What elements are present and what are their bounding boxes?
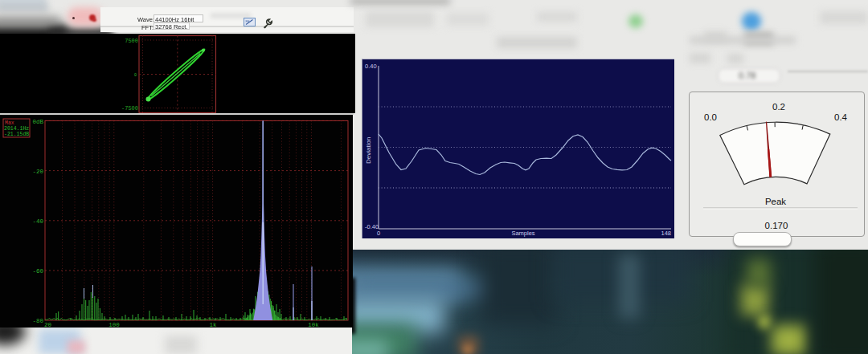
svg-text:0.2: 0.2 bbox=[772, 102, 785, 112]
svg-text:Peak: Peak bbox=[765, 197, 786, 206]
svg-text:10k: 10k bbox=[308, 322, 319, 328]
svg-text:7500: 7500 bbox=[125, 38, 138, 44]
svg-text:Max: Max bbox=[5, 120, 14, 126]
svg-text:-80: -80 bbox=[32, 318, 43, 324]
svg-text:0.170: 0.170 bbox=[765, 221, 788, 230]
svg-text:20: 20 bbox=[44, 322, 52, 328]
svg-text:-21.15dB: -21.15dB bbox=[4, 132, 29, 137]
svg-text:Deviation: Deviation bbox=[365, 137, 372, 164]
svg-text:-20: -20 bbox=[32, 169, 43, 175]
svg-text:0dB: 0dB bbox=[32, 119, 43, 125]
svg-text:0.4: 0.4 bbox=[834, 112, 848, 122]
svg-text:Samples: Samples bbox=[511, 230, 534, 237]
svg-text:FF: FF bbox=[246, 19, 250, 23]
svg-text:0.0: 0.0 bbox=[704, 112, 717, 122]
svg-text:-40: -40 bbox=[32, 218, 43, 225]
svg-text:100: 100 bbox=[108, 322, 120, 328]
svg-text:-60: -60 bbox=[32, 268, 43, 275]
svg-text:148: 148 bbox=[661, 230, 671, 237]
svg-text:0: 0 bbox=[377, 230, 380, 237]
svg-text:1k: 1k bbox=[209, 322, 217, 328]
svg-text:2014.1Hz: 2014.1Hz bbox=[4, 126, 29, 132]
svg-text:-7500: -7500 bbox=[121, 105, 138, 112]
svg-text:0.40: 0.40 bbox=[365, 63, 377, 70]
svg-text:0: 0 bbox=[134, 73, 137, 78]
